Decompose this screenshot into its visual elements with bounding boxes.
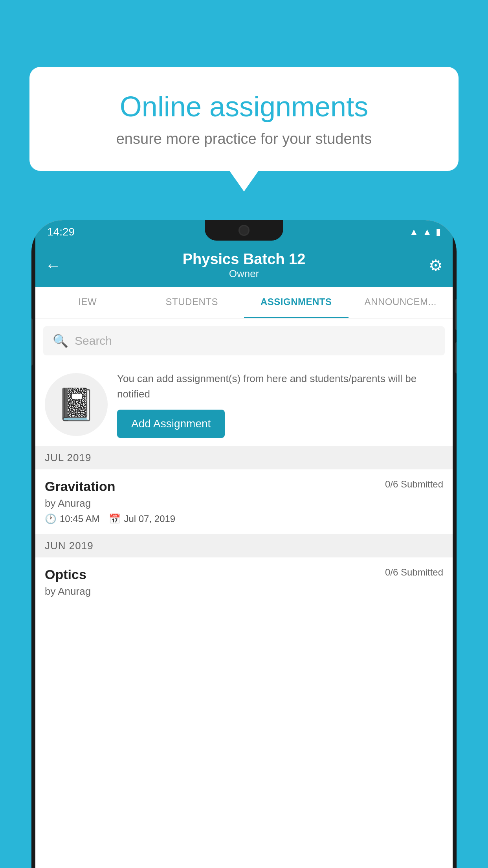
status-icons: ▲ ▲ ▮ — [409, 226, 441, 237]
header-subtitle: Owner — [183, 268, 306, 280]
speech-bubble-title: Online assignments — [57, 90, 431, 123]
front-camera — [238, 225, 250, 236]
clock-icon: 🕐 — [45, 513, 57, 524]
tab-assignments[interactable]: ASSIGNMENTS — [244, 287, 349, 318]
assignment-time: 🕐 10:45 AM — [45, 513, 99, 524]
tabs-bar: IEW STUDENTS ASSIGNMENTS ANNOUNCEM... — [35, 287, 453, 318]
phone-notch — [205, 220, 283, 241]
app-header: ← Physics Batch 12 Owner ⚙ — [35, 244, 453, 287]
content-area: 🔍 Search 📓 You can add assignment(s) fro… — [35, 318, 453, 868]
promo-icon-wrap: 📓 — [45, 373, 108, 436]
wifi-icon: ▲ — [409, 226, 418, 237]
assignment-item-gravitation[interactable]: Gravitation 0/6 Submitted by Anurag 🕐 10… — [35, 469, 453, 534]
assignment-author: by Anurag — [45, 497, 443, 509]
assignment-name: Gravitation — [45, 479, 115, 494]
assignment-meta: 🕐 10:45 AM 📅 Jul 07, 2019 — [45, 513, 443, 524]
status-time: 14:29 — [47, 226, 75, 238]
power-button — [31, 318, 33, 366]
promo-text-area: You can add assignment(s) from here and … — [117, 371, 443, 438]
month-header-jun: JUN 2019 — [35, 534, 453, 557]
assignment-date: 📅 Jul 07, 2019 — [109, 513, 175, 524]
assignment-submitted-optics: 0/6 Submitted — [385, 567, 443, 578]
assignment-top-optics: Optics 0/6 Submitted — [45, 567, 443, 582]
volume-up-button — [455, 299, 457, 330]
month-header-jul: JUL 2019 — [35, 446, 453, 469]
add-assignment-button[interactable]: Add Assignment — [117, 410, 225, 438]
search-container: 🔍 Search — [35, 318, 453, 363]
tab-students[interactable]: STUDENTS — [140, 287, 244, 318]
search-icon: 🔍 — [53, 333, 68, 348]
assignment-submitted: 0/6 Submitted — [385, 479, 443, 490]
battery-icon: ▮ — [436, 226, 441, 237]
tab-announcements[interactable]: ANNOUNCEM... — [349, 287, 453, 318]
speech-bubble-subtitle: ensure more practice for your students — [57, 131, 431, 147]
assignment-name-optics: Optics — [45, 567, 86, 582]
back-button[interactable]: ← — [45, 257, 61, 274]
tab-overview[interactable]: IEW — [35, 287, 140, 318]
assignment-top: Gravitation 0/6 Submitted — [45, 479, 443, 494]
page-title: Physics Batch 12 — [183, 251, 306, 268]
header-center: Physics Batch 12 Owner — [183, 251, 306, 280]
assignment-promo: 📓 You can add assignment(s) from here an… — [35, 363, 453, 446]
notebook-icon: 📓 — [57, 386, 96, 423]
assignment-author-optics: by Anurag — [45, 585, 443, 598]
phone-frame: 14:29 ▲ ▲ ▮ ← Physics Batch 12 Owner ⚙ I… — [31, 220, 457, 868]
promo-description: You can add assignment(s) from here and … — [117, 371, 443, 402]
signal-icon: ▲ — [422, 226, 432, 237]
search-bar[interactable]: 🔍 Search — [43, 326, 445, 355]
assignment-item-optics[interactable]: Optics 0/6 Submitted by Anurag — [35, 557, 453, 611]
phone-screen: 14:29 ▲ ▲ ▮ ← Physics Batch 12 Owner ⚙ I… — [35, 220, 453, 868]
volume-down-button — [455, 342, 457, 373]
calendar-icon: 📅 — [109, 513, 121, 524]
speech-bubble: Online assignments ensure more practice … — [29, 67, 459, 171]
search-placeholder: Search — [75, 334, 112, 348]
settings-button[interactable]: ⚙ — [429, 256, 443, 274]
